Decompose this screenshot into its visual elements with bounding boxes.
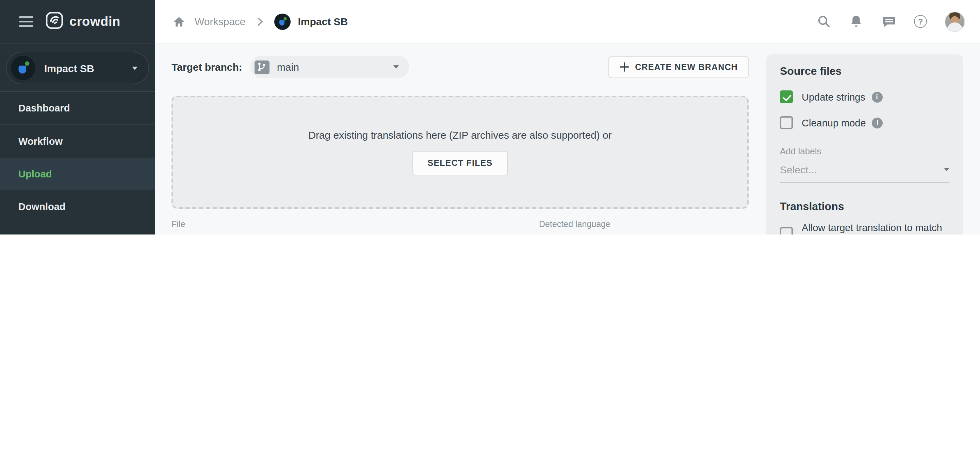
project-name: Impact SB [44,62,94,74]
project-avatar [11,56,35,80]
language-column-header: Detected language [539,220,749,229]
option-label: Cleanup mode [802,117,866,128]
branch-icon [255,60,269,74]
file-dropzone[interactable]: Drag existing translations here (ZIP arc… [172,96,749,209]
breadcrumb: Workspace Impact SB [172,13,348,30]
option-allow-match-source: Allow target translation to match source [780,222,950,234]
create-new-branch-label: CREATE NEW BRANCH [635,62,738,72]
dropzone-text: Drag existing translations here (ZIP arc… [308,129,612,141]
add-labels-label: Add labels [780,146,950,156]
project-switcher[interactable]: Impact SB [6,52,149,84]
info-icon[interactable]: i [872,92,882,102]
sidebar-item-upload[interactable]: Upload [0,158,155,190]
user-avatar[interactable] [945,11,965,32]
labels-select[interactable]: Select... [780,164,950,183]
crowdin-logo[interactable]: crowdin [46,11,121,32]
help-icon[interactable]: ? [914,15,927,28]
messages-icon[interactable] [881,14,896,29]
source-files-heading: Source files [780,65,950,78]
plus-icon [619,62,630,72]
notifications-bell-icon[interactable] [849,14,864,29]
sidebar-item-branches[interactable]: Branches [0,223,155,234]
topbar: Workspace Impact SB [155,0,980,43]
sidebar-item-workflow[interactable]: Workflow [0,125,155,158]
crowdin-wordmark: crowdin [69,14,121,29]
info-icon[interactable]: i [872,117,883,128]
sidebar: crowdin Impact SB Dashboard Workflow Upl… [0,0,155,234]
branch-row: Target branch: main [172,56,749,78]
create-new-branch-button[interactable]: CREATE NEW BRANCH [608,56,749,78]
main-column: Target branch: main [172,56,749,234]
sidebar-item-dashboard[interactable]: Dashboard [0,92,155,124]
sidebar-nav: Dashboard Workflow Upload Download Branc… [0,92,155,234]
file-column-header: File [172,220,539,229]
select-files-button[interactable]: SELECT FILES [413,151,508,175]
option-label: Allow target translation to match source [802,221,950,234]
branch-select[interactable]: main [250,56,409,78]
home-icon[interactable] [172,14,186,29]
crowdin-upload-page: crowdin Impact SB Dashboard Workflow Upl… [0,0,980,234]
files-table-header: File Detected language [172,220,749,234]
sidebar-item-download[interactable]: Download [0,190,155,223]
hamburger-menu-icon[interactable] [19,17,33,27]
breadcrumb-workspace[interactable]: Workspace [195,16,246,27]
update-strings-checkbox[interactable] [780,90,793,103]
divider [0,43,155,44]
chevron-down-icon [132,66,137,70]
content: Target branch: main [155,43,980,234]
upload-settings-panel: Source files Update strings i Cleanup mo… [766,54,963,234]
labels-select-placeholder: Select... [780,164,817,175]
translations-heading: Translations [780,201,950,213]
option-update-strings: Update strings i [780,90,950,103]
breadcrumb-project-avatar [274,13,291,30]
target-branch-label: Target branch: [172,61,242,73]
search-icon[interactable] [816,14,831,29]
branch-name: main [277,61,299,73]
option-label: Update strings [802,92,865,102]
chevron-down-icon [393,65,399,69]
sidebar-header: crowdin [0,0,155,43]
chevron-down-icon [944,168,950,171]
chevron-right-icon [255,16,265,27]
option-cleanup-mode: Cleanup mode i [780,116,950,129]
allow-match-source-checkbox[interactable] [780,227,793,234]
cleanup-mode-checkbox[interactable] [780,116,793,129]
crowdin-logo-icon [46,11,63,32]
topbar-icons: ? [816,11,965,32]
breadcrumb-project[interactable]: Impact SB [298,16,348,27]
